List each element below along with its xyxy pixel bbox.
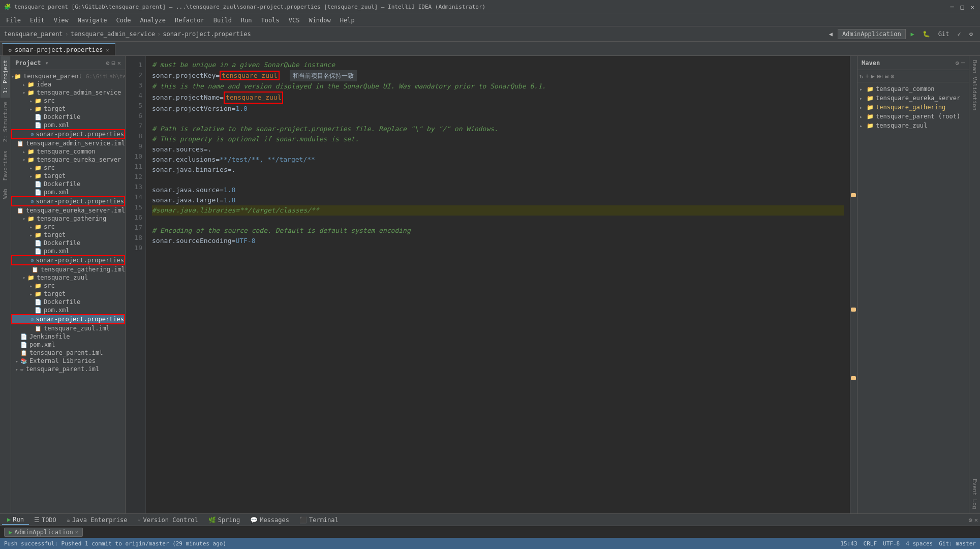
tree-item-admin-service[interactable]: ▾ 📁 tensquare_admin_service	[11, 88, 125, 97]
breadcrumb-root[interactable]: tensquare_parent	[4, 30, 63, 38]
bottom-tab-todo[interactable]: ☰ TODO	[29, 515, 62, 525]
menu-run[interactable]: Run	[237, 16, 256, 25]
indent-setting[interactable]: 4 spaces	[906, 540, 933, 547]
menu-edit[interactable]: Edit	[26, 16, 49, 25]
bottom-tab-java[interactable]: ☕ Java Enterprise	[62, 515, 133, 525]
tree-item-target2[interactable]: ▸ 📁 target	[11, 172, 125, 180]
tree-item-target4[interactable]: ▸ 📁 target	[11, 290, 125, 298]
run-button[interactable]: ▶	[908, 29, 917, 39]
minimize-button[interactable]: ─	[948, 4, 956, 11]
tree-item-common[interactable]: ▸ 📁 tensquare_common	[11, 147, 125, 156]
vtab-favorites[interactable]: Favorites	[1, 146, 10, 185]
maven-run-icon[interactable]: ▶	[871, 73, 874, 80]
bottom-tab-vcs[interactable]: ⑂ Version Control	[132, 515, 203, 525]
tree-item-zuul[interactable]: ▾ 📁 tensquare_zuul	[11, 273, 125, 282]
maven-settings-icon[interactable]: ⚙	[956, 59, 959, 67]
vtab-project[interactable]: 1: Project	[1, 56, 10, 98]
menu-help[interactable]: Help	[336, 16, 359, 25]
tree-item-pom2[interactable]: 📄 pom.xml	[11, 188, 125, 196]
tree-item-dockerfile4[interactable]: 📄 Dockerfile	[11, 298, 125, 306]
tree-item-dockerfile2[interactable]: 📄 Dockerfile	[11, 180, 125, 188]
tree-item-iml-root[interactable]: 📋 tensquare_parent.iml	[11, 349, 125, 357]
line-ending[interactable]: CRLF	[864, 540, 877, 547]
bottom-tab-terminal[interactable]: ⬛ Terminal	[294, 515, 344, 525]
tree-item-sonar4[interactable]: ⚙ sonar-project.properties	[11, 314, 125, 324]
tree-item-jenkinsfile[interactable]: 📄 Jenkinsfile	[11, 332, 125, 341]
tree-item-sonar2[interactable]: ⚙ sonar-project.properties	[11, 196, 125, 206]
bottom-tab-spring[interactable]: 🌿 Spring	[203, 515, 245, 525]
maven-item-common[interactable]: ▸ 📁 tensquare_common	[858, 84, 969, 94]
tree-item-src2[interactable]: ▸ 📁 src	[11, 164, 125, 172]
tree-item-pom1[interactable]: 📄 pom.xml	[11, 121, 125, 129]
maven-item-gathering[interactable]: ▸ 📁 tensquare_gathering	[858, 103, 969, 112]
menu-window[interactable]: Window	[304, 16, 334, 25]
bottom-tab-messages[interactable]: 💬 Messages	[245, 515, 294, 525]
menu-tools[interactable]: Tools	[257, 16, 284, 25]
menu-build[interactable]: Build	[209, 16, 236, 25]
maven-settings2-icon[interactable]: ⚙	[891, 73, 894, 80]
close-button[interactable]: ✕	[969, 4, 976, 11]
tree-item-iml2[interactable]: 📋 tensquare_eureka_server.iml	[11, 206, 125, 215]
breadcrumb-file[interactable]: sonar-project.properties	[163, 30, 251, 38]
run-btn-close[interactable]: ✕	[75, 529, 78, 535]
vtab-bean-validation[interactable]: Bean Validation	[970, 56, 979, 114]
tree-item-iml1[interactable]: 📋 tensquare_admin_service.iml	[11, 139, 125, 147]
tree-item-target3[interactable]: ▸ 📁 target	[11, 231, 125, 239]
project-dropdown-icon[interactable]: ▾	[45, 59, 49, 67]
tab-close-button[interactable]: ✕	[106, 47, 109, 53]
tab-sonar-properties[interactable]: ⚙ sonar-project.properties ✕	[2, 43, 115, 55]
maven-collapse-icon[interactable]: ⊟	[885, 73, 889, 80]
tree-item-src1[interactable]: ▸ 📁 src	[11, 97, 125, 105]
vtab-event-log[interactable]: Event Log	[970, 475, 979, 513]
menu-file[interactable]: File	[2, 16, 25, 25]
editor-scrollbar[interactable]	[850, 56, 857, 513]
tree-item-dockerfile1[interactable]: 📄 Dockerfile	[11, 113, 125, 121]
tree-item-sonar1[interactable]: ⚙ sonar-project.properties	[11, 129, 125, 139]
restore-button[interactable]: □	[959, 4, 966, 11]
debug-button[interactable]: 🐛	[920, 29, 933, 39]
tree-item-eureka[interactable]: ▾ 📁 tensquare_eureka_server	[11, 156, 125, 164]
code-editor[interactable]: # must be unique in a given SonarQube in…	[146, 56, 850, 513]
run-action-button[interactable]: ▶ AdminApplication ✕	[4, 528, 83, 537]
cursor-position[interactable]: 15:43	[840, 540, 857, 547]
menu-code[interactable]: Code	[112, 16, 135, 25]
vtab-web[interactable]: Web	[1, 185, 10, 203]
sidebar-settings-icon[interactable]: ⚙	[106, 59, 109, 67]
run-config-dropdown[interactable]: AdminApplication	[838, 29, 906, 39]
maven-minimize-icon[interactable]: ─	[961, 59, 965, 67]
maven-item-eureka[interactable]: ▸ 📁 tensquare_eureka_server	[858, 94, 969, 103]
tree-item-scratches[interactable]: ▸ ✏ tensquare_parent.iml	[11, 365, 125, 373]
encoding[interactable]: UTF-8	[883, 540, 900, 547]
tree-item-iml4[interactable]: 📋 tensquare_zuul.iml	[11, 324, 125, 332]
git-button[interactable]: Git	[935, 29, 953, 39]
menu-navigate[interactable]: Navigate	[74, 16, 111, 25]
menu-vcs[interactable]: VCS	[285, 16, 304, 25]
menu-view[interactable]: View	[50, 16, 73, 25]
vtab-structure[interactable]: 2: Structure	[1, 98, 10, 146]
maven-refresh-icon[interactable]: ↻	[860, 73, 863, 80]
tree-item-tensquare-parent[interactable]: ▾ 📁 tensquare_parent G:\GitLab\tensquare…	[11, 72, 125, 80]
tree-item-idea[interactable]: ▸ 📁 idea	[11, 80, 125, 88]
tree-item-pom-root[interactable]: 📄 pom.xml	[11, 341, 125, 349]
maven-skip-icon[interactable]: ⏭	[877, 73, 883, 80]
menu-analyze[interactable]: Analyze	[136, 16, 170, 25]
maven-item-parent[interactable]: ▸ 📁 tensquare_parent (root)	[858, 112, 969, 121]
bottom-tab-run[interactable]: ▶ Run	[2, 515, 29, 525]
settings-button[interactable]: ⚙	[966, 29, 976, 39]
tree-item-target1[interactable]: ▸ 📁 target	[11, 105, 125, 113]
bottom-panel-close-icon[interactable]: ✕	[974, 516, 978, 524]
menu-refactor[interactable]: Refactor	[171, 16, 208, 25]
tree-item-iml3[interactable]: 📋 tensquare_gathering.iml	[11, 265, 125, 273]
tree-item-external-libs[interactable]: ▸ 📚 External Libraries	[11, 357, 125, 365]
breadcrumb-module[interactable]: tensquare_admin_service	[71, 30, 155, 38]
bottom-panel-settings-icon[interactable]: ⚙	[969, 516, 972, 524]
maven-item-zuul[interactable]: ▸ 📁 tensquare_zuul	[858, 121, 969, 130]
nav-back-button[interactable]: ◀	[826, 29, 836, 39]
tree-item-gathering[interactable]: ▾ 📁 tensquare_gathering	[11, 215, 125, 223]
tree-item-pom4[interactable]: 📄 pom.xml	[11, 306, 125, 314]
git-branch[interactable]: Git: master	[939, 540, 976, 547]
tree-item-sonar3[interactable]: ⚙ sonar-project.properties	[11, 255, 125, 265]
tree-item-src4[interactable]: ▸ 📁 src	[11, 282, 125, 290]
tree-item-dockerfile3[interactable]: 📄 Dockerfile	[11, 239, 125, 247]
update-button[interactable]: ✓	[955, 29, 964, 39]
